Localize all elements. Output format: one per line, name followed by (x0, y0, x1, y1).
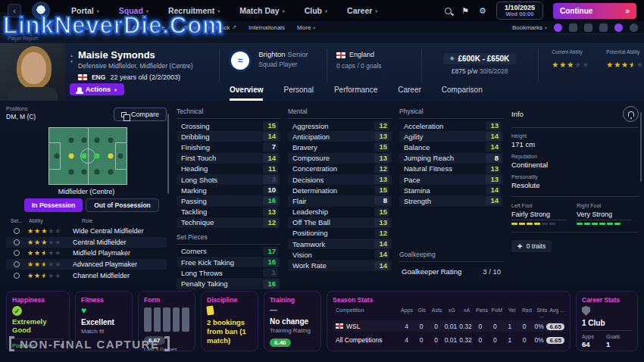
attribute-row[interactable]: Positioning12 (288, 228, 392, 239)
role-radio[interactable] (14, 239, 20, 245)
attribute-row[interactable]: Finishing7 (177, 142, 280, 152)
tab-career[interactable]: Career (398, 86, 421, 101)
subnav-item-squad-feedback[interactable]: Squad Feedback↗ (184, 24, 236, 31)
brighton-crest-icon[interactable]: ≈ (229, 49, 252, 72)
tab-comparison[interactable]: Comparison (442, 86, 483, 101)
nav-menu-squad[interactable]: Squad▾ (119, 6, 148, 15)
attribute-row[interactable]: Dribbling14 (177, 131, 280, 142)
attribute-row[interactable]: Bravery15 (288, 142, 392, 152)
attribute-row[interactable]: Concentration12 (288, 164, 392, 174)
season-stats-card[interactable]: Season Stats CompetitionAppsGlsAstsxGxAP… (327, 291, 571, 351)
whistle-icon[interactable] (599, 23, 608, 32)
page-scrollbar[interactable] (640, 112, 642, 182)
attribute-row[interactable]: Anticipation13 (288, 131, 392, 142)
attribute-row[interactable]: Free Kick Taking16 (177, 257, 280, 267)
tab-overview[interactable]: Overview (230, 86, 263, 101)
attribute-row[interactable]: Teamwork14 (288, 239, 392, 249)
attribute-row[interactable]: Flair8 (288, 195, 392, 206)
attribute-row[interactable]: Penalty Taking16 (177, 278, 280, 289)
club-crest-icon[interactable] (32, 2, 50, 20)
attribute-row[interactable]: Composure13 (288, 153, 392, 164)
attribute-row[interactable]: Vision14 (288, 249, 392, 260)
lightbulb-icon[interactable] (630, 23, 638, 32)
attribute-row[interactable]: Corners17 (177, 246, 280, 257)
attribute-row[interactable]: Leadership15 (288, 207, 392, 217)
attribute-row[interactable]: Work Rate14 (288, 260, 392, 270)
in-possession-toggle[interactable]: In Possession (24, 198, 83, 212)
club-name[interactable]: Brighton (258, 50, 285, 58)
attribute-row[interactable]: Decisions13 (288, 174, 392, 185)
settings-gear-icon[interactable]: ⚙ (479, 7, 486, 15)
attribute-row[interactable]: Long Shots3 (177, 174, 280, 185)
attribute-row[interactable]: Tackling13 (177, 207, 280, 217)
nav-menu-recruitment[interactable]: Recruitment▾ (168, 6, 220, 15)
role-row[interactable]: ★★★★★★★★★★Wide Central Midfielder (6, 226, 167, 237)
nav-menu-career[interactable]: Career▾ (347, 6, 377, 15)
position-dot (68, 154, 73, 159)
back-button[interactable]: ‹ (8, 4, 21, 17)
nav-menu-club[interactable]: Club▾ (305, 6, 327, 15)
attribute-row[interactable]: Marking10 (177, 185, 280, 195)
search-icon[interactable] (445, 8, 452, 14)
attribute-row[interactable]: Passing16 (177, 195, 280, 206)
subnav-item-medical-centre[interactable]: Medical Centre↗ (73, 24, 120, 31)
out-of-possession-toggle[interactable]: Out of Possession (86, 198, 159, 212)
attribute-row[interactable]: Technique12 (177, 217, 280, 228)
info-action-button[interactable] (623, 106, 639, 122)
attribute-row[interactable]: Natural Fitness13 (399, 164, 503, 174)
tab-personal[interactable]: Personal (283, 86, 313, 101)
role-radio[interactable] (14, 273, 20, 279)
shirt-icon[interactable] (569, 23, 577, 32)
nav-menu-match-day[interactable]: Match Day▾ (239, 6, 285, 15)
attribute-row[interactable]: Stamina14 (399, 185, 503, 195)
fitness-card[interactable]: Fitness ♥ Excellent Match fit (75, 291, 133, 351)
role-row[interactable]: ★★★★★★★★★★Midfield Playmaker (6, 248, 167, 259)
attribute-row[interactable]: Jumping Reach8 (399, 153, 503, 164)
attribute-row[interactable]: Crossing15 (177, 120, 280, 131)
chat-icon[interactable] (554, 23, 562, 32)
compare-button[interactable]: Compare (114, 108, 167, 121)
nav-menu-portal[interactable]: Portal▾ (71, 6, 99, 15)
traits-button[interactable]: ✚ 0 traits (511, 240, 552, 252)
role-radio[interactable] (14, 250, 20, 256)
role-radio[interactable] (14, 228, 20, 234)
attribute-row[interactable]: Long Throws1 (177, 267, 280, 278)
player-switch-arrows[interactable]: ▲▼ (70, 53, 73, 64)
happiness-card[interactable]: Happiness ✓ Extremely Good Positives 6 N… (6, 291, 70, 351)
season-stats-row[interactable]: WSL4000.010.3200100%6.65 (333, 320, 564, 332)
attribute-row[interactable]: Heading11 (177, 164, 280, 174)
attribute-row[interactable]: Pace13 (399, 174, 503, 185)
panel-scrollbar[interactable] (167, 114, 169, 194)
technical-column: Technical Crossing15Dribbling14Finishing… (177, 106, 280, 289)
bookmarks-menu[interactable]: Bookmarks ▾ (512, 24, 547, 31)
subnav-item-internationals[interactable]: Internationals (249, 24, 285, 31)
game-date[interactable]: 1/10/2025 Wed 00:00 (496, 2, 543, 20)
role-row[interactable]: ★★★★★★★★★★Channel Midfielder (6, 270, 167, 281)
attribute-row[interactable]: Off The Ball13 (288, 217, 392, 228)
attribute-row[interactable]: Determination15 (288, 185, 392, 195)
competition-icon[interactable] (614, 23, 623, 32)
role-row[interactable]: ★★★★★★★★★★Advanced Playmaker (6, 259, 167, 270)
continue-button[interactable]: Continue » (553, 3, 636, 19)
transfer-value-badge[interactable]: ◆ £600K - £650K (443, 53, 516, 64)
training-card[interactable]: Training — No change Training Rating 6.4… (264, 291, 321, 351)
role-row[interactable]: ★★★★★★★★★★Central Midfielder (6, 237, 167, 248)
flag-icon[interactable]: ⚑ (461, 7, 469, 15)
season-stats-row[interactable]: All Competitions4000.010.3200100%6.65 (333, 334, 564, 345)
form-card[interactable]: Form 6.67 Last 5 Games (138, 291, 195, 351)
attribute-row[interactable]: Aggression12 (288, 120, 392, 131)
attribute-row[interactable]: Agility14 (399, 131, 503, 142)
discipline-card[interactable]: Discipline 2 bookings from ban (1 match) (201, 291, 258, 351)
subnav-item-more[interactable]: More▾ (297, 24, 315, 31)
cards-icon[interactable] (584, 23, 592, 32)
actions-button[interactable]: Actions ▾ (70, 83, 124, 95)
attribute-row[interactable]: First Touch14 (177, 153, 280, 164)
role-radio[interactable] (14, 261, 20, 267)
squad-status[interactable]: Squad Player (258, 60, 308, 70)
tab-performance[interactable]: Performance (334, 86, 377, 101)
career-stats-card[interactable]: Career Stats 1 Club Apps 64 Goals 1 (576, 291, 638, 351)
attribute-row[interactable]: Balance14 (399, 142, 503, 152)
attribute-row[interactable]: Acceleration13 (399, 120, 503, 131)
subnav-item-atmosphere[interactable]: Atmosphere↗ (133, 24, 172, 31)
attribute-row[interactable]: Strength14 (399, 195, 503, 206)
